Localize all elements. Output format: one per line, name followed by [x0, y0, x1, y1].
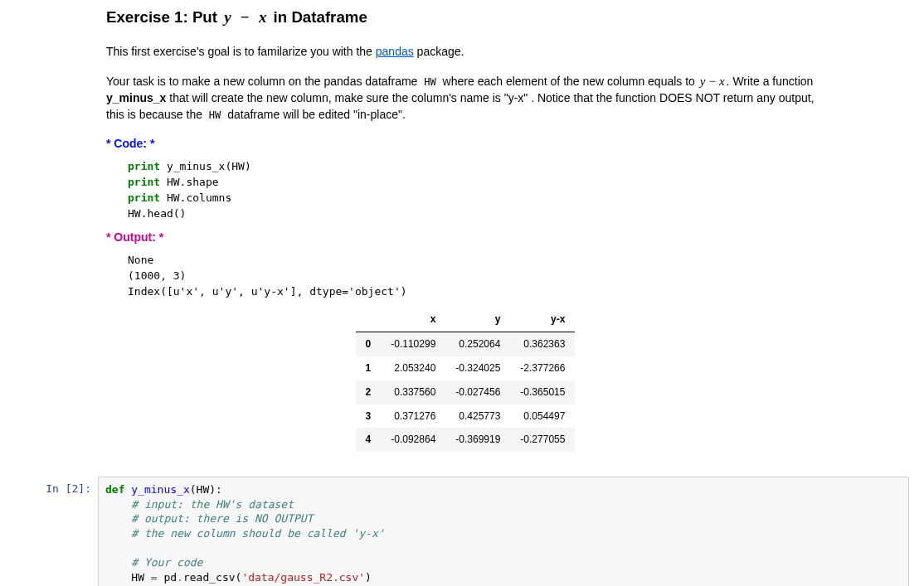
- out-text: Index([u'x', u'y', u'y-x'], dtype='objec…: [128, 285, 407, 298]
- math-x-inline: x: [717, 75, 727, 88]
- row-index: 2: [356, 380, 382, 404]
- out-text: (1000, 3): [128, 269, 186, 282]
- inline-code-hw-2: HW: [206, 109, 224, 122]
- operator: =: [151, 571, 158, 584]
- table-row: 3 0.371276 0.425773 0.054497: [356, 404, 576, 429]
- cell: 0.371276: [381, 404, 445, 429]
- dataframe-table: x y y-x 0 -0.110299 0.252064 0.362363 1 …: [356, 308, 576, 452]
- dataframe-output: x y y-x 0 -0.110299 0.252064 0.362363 1 …: [106, 308, 824, 452]
- table-row: 4 -0.092864 -0.369919 -0.277055: [356, 428, 576, 452]
- code-label: * Code: *: [106, 136, 824, 153]
- comment: # Your code: [131, 556, 202, 569]
- out-text: None: [128, 254, 153, 266]
- table-header-row: x y y-x: [356, 308, 576, 332]
- text: . Write a function: [727, 75, 814, 88]
- table-corner: [356, 308, 382, 332]
- row-index: 4: [356, 428, 382, 452]
- code-block: print y_minus_x(HW) print HW.shape print…: [128, 159, 824, 221]
- table-row: 2 0.337560 -0.027456 -0.365015: [356, 380, 576, 404]
- cell: -0.110299: [381, 332, 445, 356]
- row-index: 1: [356, 356, 382, 380]
- cell: -0.277055: [510, 428, 575, 452]
- comment: # output: there is NO OUTPUT: [131, 512, 313, 525]
- math-minus: −: [238, 8, 252, 26]
- title-prefix: Exercise 1: Put: [106, 8, 221, 26]
- exercise-title: Exercise 1: Put y − x in Dataframe: [106, 7, 824, 29]
- text: This first exercise's goal is to familar…: [106, 45, 376, 58]
- comment: # input: the HW's dataset: [131, 498, 294, 511]
- code-text: HW.columns: [160, 191, 231, 204]
- cell: 0.337560: [381, 380, 445, 404]
- output-block: None (1000, 3) Index([u'x', u'y', u'y-x'…: [128, 253, 824, 300]
- code-text: ): [365, 571, 372, 584]
- comment: # the new column should be called 'y-x': [131, 527, 384, 540]
- col-header: x: [381, 308, 445, 332]
- cell: -0.092864: [381, 428, 445, 452]
- cell: 0.054497: [510, 404, 575, 429]
- operator: .: [177, 571, 183, 584]
- cell: -0.027456: [445, 380, 510, 404]
- input-prompt: In [2]:: [0, 477, 98, 586]
- col-header: y-x: [510, 308, 575, 332]
- code-text: HW.head(): [128, 207, 186, 220]
- table-row: 0 -0.110299 0.252064 0.362363: [356, 332, 576, 356]
- cell: 0.252064: [445, 332, 510, 356]
- pandas-link[interactable]: pandas: [376, 45, 414, 58]
- markdown-cell: Exercise 1: Put y − x in Dataframe This …: [0, 7, 924, 452]
- math-y: y: [221, 8, 233, 26]
- code-text: read_csv(: [183, 571, 241, 584]
- keyword: print: [128, 191, 160, 204]
- output-label: * Output: *: [106, 230, 824, 246]
- page: Exercise 1: Put y − x in Dataframe This …: [0, 7, 924, 586]
- code-text: y_minus_x(HW): [160, 160, 251, 172]
- text: Your task is to make a new column on the…: [106, 75, 421, 88]
- title-suffix: in Dataframe: [274, 8, 367, 26]
- math-minus-inline: −: [707, 75, 717, 88]
- cell: 0.425773: [445, 404, 510, 429]
- function-name: y_minus_x: [131, 483, 189, 496]
- text: where each element of the new column equ…: [440, 75, 698, 88]
- intro-paragraph-1: This first exercise's goal is to familar…: [106, 44, 824, 61]
- intro-paragraph-2: Your task is to make a new column on the…: [106, 73, 824, 123]
- col-header: y: [445, 308, 510, 332]
- fn-name-bold: y_minus_x: [106, 91, 166, 104]
- math-y-inline: y: [698, 75, 708, 88]
- cell: -0.324025: [445, 356, 510, 380]
- keyword: def: [105, 483, 124, 496]
- source-code: def y_minus_x(HW): # input: the HW's dat…: [105, 482, 902, 586]
- code-text: pd: [158, 571, 177, 584]
- string: 'data/gauss_R2.csv': [241, 571, 365, 584]
- cell: 0.362363: [510, 332, 575, 356]
- cell: -2.377266: [510, 356, 575, 380]
- code-text: (HW):: [190, 483, 222, 496]
- math-x: x: [256, 8, 270, 26]
- code-text: HW.shape: [160, 176, 218, 188]
- code-cell: In [2]: def y_minus_x(HW): # input: the …: [0, 477, 924, 586]
- row-index: 3: [356, 404, 382, 429]
- inline-code-hw: HW: [421, 75, 439, 89]
- keyword: print: [128, 160, 160, 172]
- cell: -0.365015: [510, 380, 575, 404]
- code-input-area[interactable]: def y_minus_x(HW): # input: the HW's dat…: [98, 477, 909, 586]
- row-index: 0: [356, 332, 382, 356]
- text: dataframe will be edited "in-place".: [224, 108, 406, 121]
- table-row: 1 2.053240 -0.324025 -2.377266: [356, 356, 576, 380]
- cell: -0.369919: [445, 428, 510, 452]
- code-text: HW: [131, 571, 150, 584]
- cell: 2.053240: [381, 356, 445, 380]
- text: package.: [414, 45, 464, 58]
- keyword: print: [128, 176, 160, 188]
